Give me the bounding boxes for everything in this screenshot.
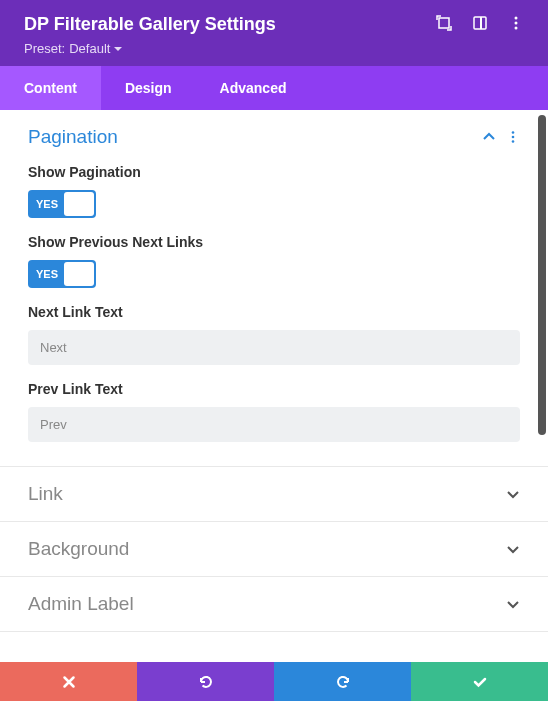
next-link-label: Next Link Text [28,304,520,320]
toggle-knob [64,192,94,216]
section-title: Background [28,538,129,560]
section-title: Admin Label [28,593,134,615]
preset-value: Default [69,41,110,56]
svg-point-7 [512,136,515,139]
settings-header: DP Filterable Gallery Settings Preset: D… [0,0,548,66]
tabs: Content Design Advanced [0,66,548,110]
section-header-pagination[interactable]: Pagination [0,110,548,164]
next-link-input[interactable] [28,330,520,365]
caret-down-icon [114,45,122,53]
confirm-button[interactable] [411,662,548,701]
section-header-background[interactable]: Background [0,522,548,576]
svg-point-5 [515,26,518,29]
show-prev-next-toggle[interactable]: YES [28,260,96,288]
expand-icon[interactable] [436,15,452,35]
tab-advanced[interactable]: Advanced [196,66,311,110]
svg-point-3 [515,16,518,19]
more-icon[interactable] [508,15,524,35]
redo-button[interactable] [274,662,411,701]
preset-label: Preset: [24,41,65,56]
svg-rect-2 [480,17,482,29]
section-header-admin-label[interactable]: Admin Label [0,577,548,631]
show-pagination-label: Show Pagination [28,164,520,180]
footer-actions [0,662,548,701]
section-background: Background [0,522,548,577]
svg-rect-0 [439,18,449,28]
toggle-knob [64,262,94,286]
preset-selector[interactable]: Preset: Default [24,41,524,56]
prev-link-input[interactable] [28,407,520,442]
toggle-state: YES [28,268,58,280]
cancel-button[interactable] [0,662,137,701]
chevron-up-icon [482,130,496,144]
section-admin-label: Admin Label [0,577,548,632]
show-prev-next-label: Show Previous Next Links [28,234,520,250]
content-panel: Pagination Show Pagination YES Show Prev… [0,110,548,657]
svg-point-4 [515,21,518,24]
prev-link-label: Prev Link Text [28,381,520,397]
section-title: Pagination [28,126,118,148]
chevron-down-icon [506,487,520,501]
section-link: Link [0,467,548,522]
show-pagination-toggle[interactable]: YES [28,190,96,218]
chevron-down-icon [506,597,520,611]
section-more-icon[interactable] [506,130,520,144]
undo-button[interactable] [137,662,274,701]
section-title: Link [28,483,63,505]
section-pagination: Pagination Show Pagination YES Show Prev… [0,110,548,467]
svg-point-8 [512,140,515,143]
tab-design[interactable]: Design [101,66,196,110]
tab-content[interactable]: Content [0,66,101,110]
svg-point-6 [512,131,515,134]
layout-icon[interactable] [472,15,488,35]
chevron-down-icon [506,542,520,556]
toggle-state: YES [28,198,58,210]
page-title: DP Filterable Gallery Settings [24,14,276,35]
scrollbar-thumb[interactable] [538,115,546,435]
section-header-link[interactable]: Link [0,467,548,521]
